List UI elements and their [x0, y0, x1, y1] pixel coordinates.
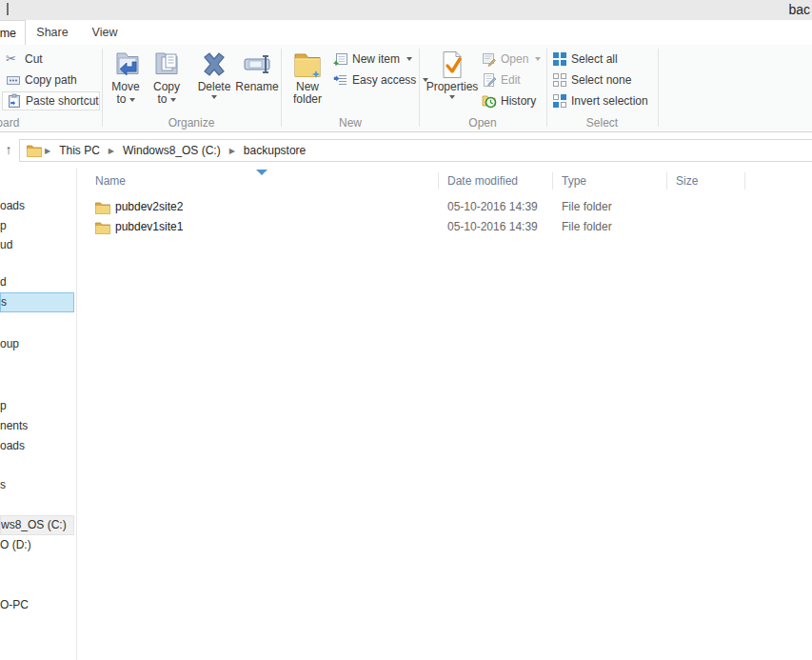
edit-button: Edit — [482, 71, 521, 89]
file-name: pubdev2site2 — [115, 197, 183, 217]
file-date-modified: 05-10-2016 14:39 — [447, 197, 538, 217]
folder-icon — [95, 221, 110, 237]
properties-label: Properties — [426, 81, 479, 93]
open-icon — [482, 51, 497, 67]
rename-button[interactable]: Rename — [234, 48, 280, 114]
sidebar-item[interactable]: d — [0, 272, 75, 292]
select-none-icon — [552, 72, 567, 88]
title-bar: bac — [0, 0, 812, 20]
up-button[interactable]: ↑ — [1, 140, 16, 159]
copy-path-icon — [6, 72, 21, 88]
copy-path-button[interactable]: Copy path — [6, 71, 77, 89]
tab-share[interactable]: Share — [31, 20, 73, 45]
sidebar-item-selected[interactable]: s — [0, 292, 74, 312]
cut-icon: ✂ — [6, 51, 21, 67]
select-all-icon — [552, 51, 567, 67]
copy-to-button[interactable]: Copy to — [146, 48, 188, 114]
address-bar-row: ↑ ▶ This PC ▶ Windows8_OS (C:) ▶ backups… — [0, 132, 812, 168]
paste-shortcut-label: Paste shortcut — [26, 94, 99, 108]
properties-button[interactable]: Properties — [428, 48, 476, 114]
move-to-icon — [109, 49, 142, 81]
edit-icon — [482, 72, 497, 88]
sidebar-item-drive-c[interactable]: ws8_OS (C:) — [0, 515, 74, 535]
column-divider — [666, 172, 667, 190]
folder-icon — [95, 201, 110, 217]
sidebar-item[interactable]: oads — [0, 436, 75, 456]
paste-shortcut-button[interactable]: Paste shortcut — [2, 91, 100, 110]
open-label: Open — [501, 52, 528, 66]
move-to-label-line2: to — [116, 92, 126, 106]
quick-access-toolbar-fragment — [7, 3, 9, 15]
main-area: oads p ud d s oup p nents oads s ws8_OS … — [0, 168, 812, 660]
delete-icon — [198, 49, 230, 81]
new-item-icon — [333, 51, 348, 67]
sidebar-item[interactable]: ud — [0, 235, 75, 255]
select-all-label: Select all — [571, 52, 618, 66]
column-divider — [744, 172, 745, 190]
copy-to-label-line2: to — [157, 92, 167, 106]
breadcrumb-drive-c[interactable]: Windows8_OS (C:) — [115, 140, 228, 161]
breadcrumb-separator-icon: ▶ — [108, 147, 115, 155]
tab-home[interactable]: me — [0, 20, 26, 45]
ribbon: ✂ Cut Copy path Paste shortcut — [0, 45, 812, 132]
sidebar-item-pc[interactable]: O-PC — [0, 595, 75, 615]
breadcrumb-backupstore[interactable]: backupstore — [236, 140, 313, 161]
sidebar-item[interactable]: p — [0, 216, 75, 236]
move-to-button[interactable]: Move to — [105, 48, 147, 114]
select-all-button[interactable]: Select all — [552, 50, 618, 68]
sort-indicator-icon — [256, 170, 267, 175]
move-to-caret-icon — [129, 98, 135, 102]
history-button[interactable]: History — [482, 92, 536, 110]
easy-access-label: Easy access — [352, 73, 416, 87]
new-folder-button[interactable]: New folder — [286, 48, 329, 114]
new-item-button[interactable]: New item — [333, 50, 412, 68]
new-folder-icon — [291, 49, 324, 81]
sidebar-item[interactable]: s — [0, 475, 75, 495]
edit-label: Edit — [501, 73, 521, 87]
history-label: History — [501, 94, 536, 108]
column-divider — [552, 172, 553, 190]
rename-icon — [241, 49, 273, 81]
column-header-type[interactable]: Type — [562, 170, 647, 192]
column-divider — [438, 172, 439, 190]
invert-selection-button[interactable]: Invert selection — [552, 92, 648, 110]
open-group-label: Open — [419, 115, 546, 130]
cut-button[interactable]: ✂ Cut — [6, 50, 43, 68]
file-name: pubdev1site1 — [115, 217, 183, 237]
easy-access-button[interactable]: Easy access — [333, 71, 428, 89]
paste-shortcut-icon — [7, 93, 22, 109]
group-separator — [658, 49, 659, 127]
open-caret-icon — [535, 57, 541, 61]
column-header-date-modified[interactable]: Date modified — [447, 170, 543, 192]
delete-button[interactable]: Delete — [192, 48, 236, 114]
ribbon-tab-row: me Share View — [0, 20, 812, 45]
easy-access-icon — [333, 72, 348, 88]
sidebar-item-drive-d[interactable]: O (D:) — [0, 535, 75, 555]
file-row[interactable]: pubdev2site2 05-10-2016 14:39 File folde… — [80, 197, 812, 217]
invert-selection-label: Invert selection — [571, 94, 648, 108]
sidebar-item[interactable]: p — [0, 396, 75, 416]
window-title: bac — [788, 2, 810, 17]
file-type: File folder — [562, 197, 612, 217]
sidebar-item[interactable]: oup — [0, 334, 75, 354]
tab-view[interactable]: View — [84, 20, 126, 45]
copy-to-caret-icon — [170, 98, 176, 102]
file-date-modified: 05-10-2016 14:39 — [447, 217, 538, 237]
sidebar-divider — [76, 168, 77, 660]
select-none-label: Select none — [571, 73, 631, 87]
delete-label: Delete — [198, 81, 231, 93]
rename-label: Rename — [235, 81, 278, 93]
new-folder-label-line2: folder — [293, 93, 322, 106]
invert-selection-icon — [552, 93, 567, 109]
column-header-size[interactable]: Size — [676, 170, 733, 192]
breadcrumb-this-pc[interactable]: This PC — [51, 140, 108, 161]
sidebar-item[interactable]: oads — [0, 196, 75, 216]
explorer-window: bac me Share View ✂ Cut Copy path — [0, 0, 812, 660]
file-row[interactable]: pubdev1site1 05-10-2016 14:39 File folde… — [80, 217, 812, 237]
delete-caret-icon — [211, 95, 217, 99]
select-none-button[interactable]: Select none — [552, 71, 631, 89]
address-breadcrumb[interactable]: ▶ This PC ▶ Windows8_OS (C:) ▶ backupsto… — [19, 139, 812, 162]
sidebar-item[interactable]: nents — [0, 416, 75, 436]
copy-path-label: Copy path — [25, 73, 77, 87]
clipboard-group-label: board — [0, 115, 38, 130]
